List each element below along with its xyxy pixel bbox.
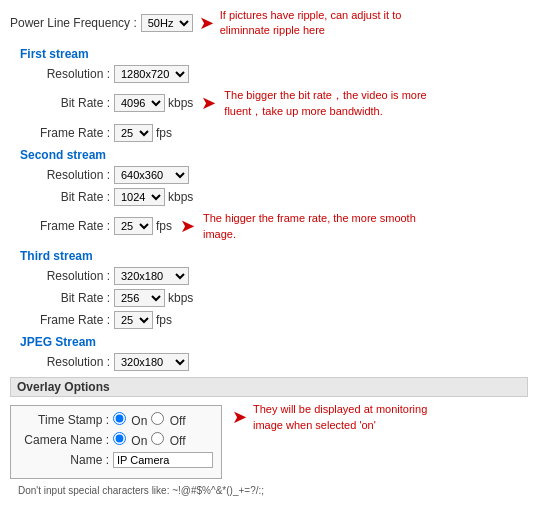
power-line-select[interactable]: 50Hz 60Hz [141,14,193,32]
arrow-icon: ➤ [199,12,214,34]
jpeg-resolution-label: Resolution : [30,355,110,369]
first-bitrate-label: Bit Rate : [30,96,110,110]
cameraname-off-text: Off [170,434,186,448]
second-resolution-select[interactable]: 1280x720 640x360 320x180 [114,166,189,184]
first-resolution-label: Resolution : [30,67,110,81]
second-resolution-label: Resolution : [30,168,110,182]
framerate-arrow-icon: ➤ [180,215,195,237]
first-stream-title: First stream [10,47,528,61]
third-bitrate-select[interactable]: 4096 2048 1024 512 256 [114,289,165,307]
timestamp-on-radio[interactable] [113,412,126,425]
timestamp-on-label[interactable]: On [113,412,147,428]
overlay-title: Overlay Options [17,380,110,394]
power-line-label: Power Line Frequency : [10,16,137,30]
cameraname-on-radio[interactable] [113,432,126,445]
cameraname-on-text: On [131,434,147,448]
name-label: Name : [19,453,109,467]
cameraname-on-label[interactable]: On [113,432,147,448]
second-framerate-unit: fps [156,219,172,233]
first-bitrate-select[interactable]: 4096 2048 1024 512 256 [114,94,165,112]
bitrate-annotation: The bigger the bit rate，the video is mor… [224,87,426,120]
second-framerate-label: Frame Rate : [30,219,110,233]
timestamp-off-radio[interactable] [151,412,164,425]
third-stream-section: Third stream Resolution : 1280x720 640x3… [10,249,528,329]
third-framerate-label: Frame Rate : [30,313,110,327]
third-resolution-select[interactable]: 1280x720 640x360 320x180 [114,267,189,285]
second-bitrate-unit: kbps [168,190,193,204]
overlay-box: Time Stamp : On Off Camera Name : On [10,405,222,479]
first-resolution-select[interactable]: 1280x720 640x360 320x180 [114,65,189,83]
overlay-note: Don't input special characters like: ~!@… [18,485,264,496]
second-framerate-select[interactable]: 25 20 15 10 5 [114,217,153,235]
third-stream-title: Third stream [10,249,528,263]
second-stream-title: Second stream [10,148,528,162]
third-bitrate-unit: kbps [168,291,193,305]
second-stream-section: Second stream Resolution : 1280x720 640x… [10,148,528,243]
overlay-arrow-icon: ➤ [232,406,247,428]
cameraname-off-label[interactable]: Off [151,432,185,448]
jpeg-resolution-select[interactable]: 1280x720 640x360 320x180 [114,353,189,371]
timestamp-label: Time Stamp : [19,413,109,427]
first-stream-section: First stream Resolution : 1280x720 640x3… [10,47,528,142]
jpeg-stream-section: JPEG Stream Resolution : 1280x720 640x36… [10,335,528,371]
third-framerate-select[interactable]: 25 20 15 10 5 [114,311,153,329]
first-bitrate-unit: kbps [168,96,193,110]
timestamp-off-text: Off [170,414,186,428]
cameraname-label: Camera Name : [19,433,109,447]
third-framerate-unit: fps [156,313,172,327]
power-line-annotation: If pictures have ripple, can adjust it t… [220,8,402,39]
first-framerate-unit: fps [156,126,172,140]
jpeg-stream-title: JPEG Stream [10,335,528,349]
bitrate-arrow-icon: ➤ [201,92,216,114]
framerate-annotation: The higger the frame rate, the more smoo… [203,210,416,243]
timestamp-off-label[interactable]: Off [151,412,185,428]
second-bitrate-label: Bit Rate : [30,190,110,204]
third-bitrate-label: Bit Rate : [30,291,110,305]
first-framerate-label: Frame Rate : [30,126,110,140]
first-framerate-select[interactable]: 25 20 15 10 5 [114,124,153,142]
name-input[interactable] [113,452,213,468]
timestamp-on-text: On [131,414,147,428]
overlay-annotation: They will be displayed at monitoringimag… [253,401,427,434]
third-resolution-label: Resolution : [30,269,110,283]
overlay-options-section: Overlay Options Time Stamp : On Off [10,377,528,497]
second-bitrate-select[interactable]: 4096 2048 1024 512 256 [114,188,165,206]
cameraname-off-radio[interactable] [151,432,164,445]
